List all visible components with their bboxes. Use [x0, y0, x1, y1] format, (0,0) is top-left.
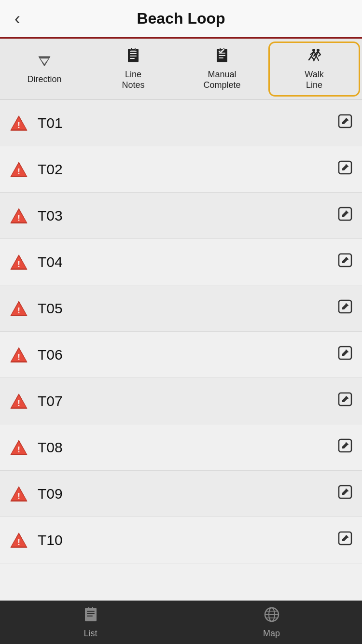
edit-icon[interactable] — [338, 392, 352, 410]
svg-rect-3 — [130, 51, 137, 52]
warning-icon: ! — [10, 392, 28, 410]
header: ‹ Beach Loop — [0, 0, 362, 39]
list-nav-icon — [83, 606, 99, 627]
warning-icon: ! — [10, 485, 28, 503]
edit-icon[interactable] — [338, 438, 352, 456]
item-label: T09 — [38, 486, 338, 502]
item-label: T07 — [38, 393, 338, 409]
edit-icon[interactable] — [338, 346, 352, 364]
svg-rect-8 — [132, 48, 135, 49]
edit-icon[interactable] — [338, 114, 352, 132]
edit-icon[interactable] — [338, 207, 352, 224]
list-item[interactable]: ! T09 — [0, 471, 362, 517]
tab-manual-complete[interactable]: ManualComplete — [178, 39, 266, 99]
svg-rect-74 — [85, 608, 97, 621]
page-title: Beach Loop — [137, 10, 225, 28]
svg-rect-10 — [219, 53, 225, 54]
list-item[interactable]: ! T02 — [0, 146, 362, 193]
svg-text:!: ! — [17, 167, 20, 176]
warning-icon: ! — [10, 114, 28, 132]
svg-rect-77 — [87, 616, 93, 616]
list-item[interactable]: ! T05 — [0, 285, 362, 332]
list-item[interactable]: ! T03 — [0, 193, 362, 239]
item-label: T03 — [38, 208, 338, 224]
item-label: T05 — [38, 300, 338, 317]
tab-walk-line[interactable]: WalkLine — [268, 42, 360, 97]
edit-icon[interactable] — [338, 160, 352, 178]
item-label: T06 — [38, 347, 338, 363]
svg-rect-14 — [221, 48, 223, 49]
bottom-nav: List Map — [0, 601, 362, 644]
back-button[interactable]: ‹ — [10, 8, 25, 29]
svg-text:!: ! — [17, 538, 20, 547]
svg-text:!: ! — [17, 260, 20, 269]
warning-icon: ! — [10, 346, 28, 364]
line-notes-icon — [125, 48, 141, 67]
tab-line-notes-label: LineNotes — [122, 70, 144, 90]
warning-icon: ! — [10, 253, 28, 271]
svg-rect-11 — [219, 55, 225, 56]
tab-direction-label: Direction — [27, 74, 61, 85]
bottom-nav-list[interactable]: List — [0, 601, 181, 644]
edit-icon[interactable] — [338, 531, 352, 549]
svg-text:!: ! — [17, 352, 20, 362]
manual-complete-icon — [214, 48, 230, 67]
list-item[interactable]: ! T07 — [0, 378, 362, 424]
tab-direction[interactable]: Direction — [0, 39, 89, 99]
direction-icon — [37, 54, 52, 71]
list-item[interactable]: ! T06 — [0, 332, 362, 378]
svg-rect-75 — [87, 611, 95, 612]
item-label: T02 — [38, 161, 338, 178]
bottom-nav-list-label: List — [84, 629, 97, 639]
svg-rect-79 — [89, 607, 92, 608]
svg-rect-4 — [130, 53, 137, 54]
warning-icon: ! — [10, 531, 28, 549]
svg-rect-12 — [219, 57, 223, 58]
warning-icon: ! — [10, 160, 28, 179]
edit-icon[interactable] — [338, 485, 352, 503]
svg-rect-5 — [130, 56, 137, 56]
bottom-nav-map[interactable]: Map — [181, 601, 362, 644]
warning-icon: ! — [10, 299, 28, 318]
bottom-nav-map-label: Map — [263, 629, 280, 639]
tab-line-notes[interactable]: LineNotes — [89, 39, 178, 99]
tab-walk-line-label: WalkLine — [305, 70, 323, 90]
svg-text:!: ! — [17, 491, 20, 501]
warning-icon: ! — [10, 438, 28, 457]
list-item[interactable]: ! T04 — [0, 239, 362, 285]
tab-bar: Direction LineNotes — [0, 39, 362, 100]
svg-rect-6 — [130, 58, 135, 59]
list-item[interactable]: ! T10 — [0, 517, 362, 563]
list-item[interactable]: ! T08 — [0, 424, 362, 471]
warning-icon: ! — [10, 207, 28, 225]
map-nav-icon — [264, 606, 280, 627]
walk-line-icon — [305, 48, 324, 67]
svg-text:!: ! — [17, 445, 20, 454]
item-label: T10 — [38, 532, 338, 548]
svg-text:!: ! — [17, 306, 20, 315]
item-label: T08 — [38, 439, 338, 456]
item-label: T04 — [38, 254, 338, 270]
edit-icon[interactable] — [338, 253, 352, 271]
svg-text:!: ! — [17, 121, 20, 130]
svg-text:!: ! — [17, 399, 20, 408]
edit-icon[interactable] — [338, 299, 352, 317]
svg-rect-76 — [87, 613, 95, 614]
svg-text:!: ! — [17, 213, 20, 223]
list-container: ! T01 ! T02 ! T — [0, 100, 362, 601]
tab-manual-complete-label: ManualComplete — [203, 70, 240, 90]
item-label: T01 — [38, 115, 338, 131]
list-item[interactable]: ! T01 — [0, 100, 362, 146]
